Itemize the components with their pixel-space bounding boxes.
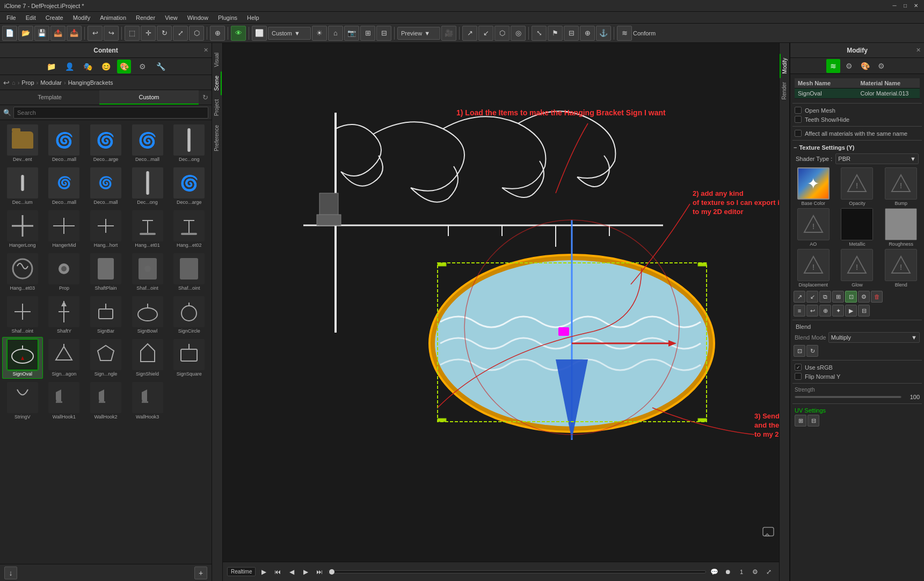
- list-item[interactable]: HangerLong: [2, 208, 43, 250]
- custom-tab[interactable]: Custom: [99, 90, 199, 105]
- list-item[interactable]: Dec...ium: [2, 165, 43, 207]
- new-btn[interactable]: 📄: [2, 26, 17, 41]
- list-item[interactable]: Dec...ong: [169, 122, 209, 164]
- list-item[interactable]: ShaftY: [44, 294, 85, 336]
- align-btn[interactable]: ⊟: [564, 26, 579, 41]
- menu-help[interactable]: Help: [243, 13, 264, 22]
- list-item[interactable]: ShaftPlain: [85, 251, 126, 293]
- menu-edit[interactable]: Edit: [21, 13, 40, 22]
- anchor-btn[interactable]: ⚓: [596, 26, 611, 41]
- move-btn[interactable]: ✛: [141, 26, 156, 41]
- render-tab[interactable]: Render: [780, 78, 789, 104]
- menu-modify[interactable]: Modify: [69, 13, 94, 22]
- green-eye-btn[interactable]: 👁: [231, 26, 246, 41]
- list-item[interactable]: StringV: [2, 380, 43, 422]
- flip-normal-checkbox[interactable]: [795, 373, 802, 380]
- list-item[interactable]: SignSquare: [169, 337, 209, 379]
- list-item[interactable]: WallHook3: [127, 380, 168, 422]
- list-item[interactable]: Prop: [44, 251, 85, 293]
- content-tab-face[interactable]: 😊: [99, 60, 113, 73]
- open-btn[interactable]: 📂: [18, 26, 33, 41]
- mt-b1[interactable]: ⊡: [794, 345, 805, 357]
- refresh-btn[interactable]: ↻: [199, 93, 212, 101]
- close-btn[interactable]: ✕: [912, 2, 920, 10]
- list-item[interactable]: Sign...ngle: [85, 337, 126, 379]
- mt-delete-btn[interactable]: 🗑: [871, 291, 883, 303]
- breadcrumb-hangingbrackets[interactable]: HangingBrackets: [68, 79, 113, 86]
- mt-btn8[interactable]: ✦: [832, 305, 844, 317]
- redo-btn[interactable]: ↪: [104, 26, 119, 41]
- list-item[interactable]: SignBar: [85, 294, 126, 336]
- content-close-btn[interactable]: ✕: [203, 47, 208, 54]
- minimize-btn[interactable]: ─: [891, 2, 898, 10]
- menu-create[interactable]: Create: [41, 13, 68, 22]
- tool2[interactable]: ↙: [478, 26, 493, 41]
- mt-import-btn[interactable]: ↙: [806, 291, 818, 303]
- list-item[interactable]: Sign...agon: [44, 337, 85, 379]
- uv-settings-title[interactable]: UV Settings: [795, 407, 920, 414]
- view-btn2[interactable]: ⊟: [376, 26, 391, 41]
- next-key-btn[interactable]: ⏭: [314, 566, 325, 578]
- displacement-img[interactable]: !: [797, 249, 830, 281]
- fullscreen-btn[interactable]: ⤢: [763, 566, 775, 578]
- undo-btn[interactable]: ↩: [88, 26, 103, 41]
- menu-plugins[interactable]: Plugins: [214, 13, 242, 22]
- rotate-btn[interactable]: ↻: [157, 26, 172, 41]
- project-tab[interactable]: Project: [213, 95, 222, 120]
- modify-icon-tab2[interactable]: ⚙: [842, 59, 856, 73]
- use-srgb-checkbox[interactable]: ✓: [795, 364, 802, 371]
- select-btn[interactable]: ⬚: [125, 26, 140, 41]
- sun-btn[interactable]: ☀: [312, 26, 327, 41]
- custom-dropdown[interactable]: Custom ▼: [268, 27, 311, 40]
- menu-view[interactable]: View: [161, 13, 182, 22]
- view-btn1[interactable]: ⬜: [252, 26, 267, 41]
- content-tab-extra[interactable]: 🔧: [154, 60, 168, 73]
- tool3[interactable]: ⬡: [494, 26, 510, 41]
- list-item[interactable]: 🌀 Deco...mall: [44, 165, 85, 207]
- modify-icon-tab4[interactable]: ⚙: [875, 59, 889, 73]
- list-item[interactable]: SignCircle: [169, 294, 209, 336]
- back-btn[interactable]: ↩: [3, 78, 10, 87]
- list-item[interactable]: WallHook2: [85, 380, 126, 422]
- mt-btn6[interactable]: ↩: [806, 305, 818, 317]
- texture-collapse-btn[interactable]: −: [794, 144, 797, 151]
- modify-tab[interactable]: Modify: [780, 54, 790, 78]
- preview-dropdown[interactable]: Preview ▼: [397, 27, 440, 40]
- list-item[interactable]: 🌀 Deco...arge: [169, 165, 209, 207]
- flag-btn[interactable]: ⚑: [548, 26, 563, 41]
- list-item[interactable]: HangerMid: [44, 208, 85, 250]
- menu-render[interactable]: Render: [132, 13, 159, 22]
- content-tab-active[interactable]: 🎨: [117, 60, 131, 73]
- content-tab-folder[interactable]: 📁: [44, 60, 58, 73]
- save-btn[interactable]: 💾: [34, 26, 49, 41]
- affect-all-checkbox[interactable]: [795, 130, 802, 137]
- roughness-img[interactable]: [885, 208, 917, 240]
- list-item[interactable]: Hang...et02: [169, 208, 209, 250]
- mt-btn5[interactable]: ≡: [794, 305, 805, 317]
- breadcrumb-prop[interactable]: Prop: [21, 79, 34, 86]
- list-item[interactable]: Hang...et01: [127, 208, 168, 250]
- magnet-btn[interactable]: ⊕: [580, 26, 595, 41]
- list-item[interactable]: SignShield: [127, 337, 168, 379]
- content-tab-person[interactable]: 👤: [62, 60, 76, 73]
- grid-btn[interactable]: ⊞: [360, 26, 375, 41]
- list-item[interactable]: WallHook1: [44, 380, 85, 422]
- maximize-btn[interactable]: □: [901, 2, 909, 10]
- mt-paste-btn[interactable]: ⊞: [832, 291, 844, 303]
- list-item[interactable]: Hang...et03: [2, 251, 43, 293]
- tool4[interactable]: ◎: [511, 26, 526, 41]
- mt-active-btn[interactable]: ⊡: [845, 291, 857, 303]
- breadcrumb-modular[interactable]: Modular: [40, 79, 62, 86]
- camera-btn1[interactable]: 📷: [344, 26, 359, 41]
- signoval-item[interactable]: SignOval: [2, 337, 43, 379]
- blend-mode-dropdown[interactable]: Multiply ▼: [828, 332, 920, 343]
- list-item[interactable]: Shaf...oint: [169, 251, 209, 293]
- mm-row[interactable]: SignOval Color Material.013: [795, 89, 920, 99]
- prev-key-btn[interactable]: ⏮: [272, 566, 283, 578]
- list-item[interactable]: Dev...ent: [2, 122, 43, 164]
- window-controls[interactable]: ─ □ ✕: [891, 2, 920, 10]
- list-item[interactable]: 🌀 Deco...mall: [127, 122, 168, 164]
- preference-tab[interactable]: Preference: [213, 121, 222, 156]
- open-mesh-checkbox[interactable]: [795, 107, 802, 114]
- transform2-btn[interactable]: ⬡: [189, 26, 204, 41]
